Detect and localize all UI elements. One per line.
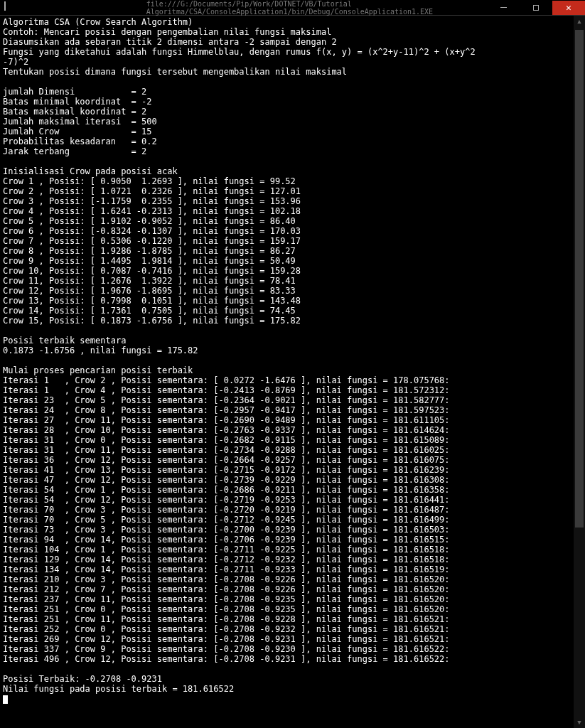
output-line: Jumlah Crow = 15 — [3, 127, 582, 136]
minimize-button[interactable] — [487, 1, 520, 15]
output-line: Iterasi 54 , Crow 12, Posisi sementara: … — [3, 495, 582, 505]
output-line: Crow 11, Posisi: [ 1.2676 1.3922 ], nila… — [3, 276, 582, 286]
output-line: Iterasi 23 , Crow 5 , Posisi sementara: … — [3, 395, 582, 405]
output-line: Crow 2 , Posisi: [ 1.0721 0.2326 ], nila… — [3, 186, 582, 196]
output-line: Crow 6 , Posisi: [-0.8324 -0.1307 ], nil… — [3, 226, 582, 236]
output-line: Iterasi 41 , Crow 13, Posisi sementara: … — [3, 465, 582, 475]
title-bar[interactable]: file:///G:/Documents/Pip/Work/DOTNET/VB/… — [0, 0, 585, 16]
output-line: Iterasi 1 , Crow 2 , Posisi sementara: [… — [3, 375, 582, 385]
output-line: Iterasi 24 , Crow 8 , Posisi sementara: … — [3, 405, 582, 415]
cursor — [3, 695, 8, 704]
output-line: -7)^2 — [3, 57, 582, 67]
console-output[interactable]: Algoritma CSA (Crow Search Algorithm)Con… — [0, 16, 585, 728]
output-line: Iterasi 237 , Crow 11, Posisi sementara:… — [3, 594, 582, 604]
output-line: Batas maksimal koordinat = 2 — [3, 107, 582, 117]
output-line — [3, 77, 582, 87]
output-line: Algoritma CSA (Crow Search Algorithm) — [3, 17, 582, 27]
window-title: file:///G:/Documents/Pip/Work/DOTNET/VB/… — [146, 0, 439, 16]
output-line: Iterasi 27 , Crow 11, Posisi sementara: … — [3, 415, 582, 425]
output-line: Inisialisasi Crow pada posisi acak — [3, 166, 582, 176]
output-line — [3, 326, 582, 336]
output-line: Crow 14, Posisi: [ 1.7361 0.7505 ], nila… — [3, 306, 582, 316]
output-line: Crow 15, Posisi: [ 0.1873 -1.6756 ], nil… — [3, 316, 582, 326]
output-line: Nilai fungsi pada posisi terbaik = 181.6… — [3, 684, 582, 694]
scrollbar-thumb[interactable] — [575, 30, 584, 528]
output-line: Iterasi 269 , Crow 12, Posisi sementara:… — [3, 634, 582, 644]
cursor-line — [3, 694, 582, 704]
output-line: Iterasi 31 , Crow 0 , Posisi sementara: … — [3, 435, 582, 445]
output-line: Diasumsikan ada sebaran titik 2 dimensi … — [3, 37, 582, 47]
output-line: Iterasi 47 , Crow 12, Posisi sementara: … — [3, 475, 582, 485]
output-line: Fungsi yang diketahui adalah fungsi Himm… — [3, 47, 582, 57]
output-line: Crow 4 , Posisi: [ 1.6241 -0.2313 ], nil… — [3, 206, 582, 216]
output-line: Iterasi 134 , Crow 14, Posisi sementara:… — [3, 564, 582, 574]
output-line: Iterasi 28 , Crow 10, Posisi sementara: … — [3, 425, 582, 435]
maximize-button[interactable] — [520, 1, 552, 15]
console-window: file:///G:/Documents/Pip/Work/DOTNET/VB/… — [0, 0, 585, 728]
output-line: jumlah Dimensi = 2 — [3, 87, 582, 97]
output-line: Posisi terbaik sementara — [3, 336, 582, 346]
output-line — [3, 664, 582, 674]
output-line: Crow 12, Posisi: [ 1.9676 -1.8695 ], nil… — [3, 286, 582, 296]
output-line: Iterasi 252 , Crow 0 , Posisi sementara:… — [3, 624, 582, 634]
scroll-up-arrow[interactable]: ▲ — [574, 16, 585, 27]
output-line — [3, 156, 582, 166]
output-line: Mulai proses pencarian posisi terbaik — [3, 365, 582, 375]
output-line: Iterasi 496 , Crow 12, Posisi sementara:… — [3, 654, 582, 664]
window-controls: ✕ — [487, 1, 585, 15]
output-line: Contoh: Mencari posisi dengan pengembali… — [3, 27, 582, 37]
output-line: Iterasi 70 , Crow 3 , Posisi sementara: … — [3, 505, 582, 515]
output-line: Iterasi 73 , Crow 3 , Posisi sementara: … — [3, 525, 582, 535]
output-line: Batas minimal koordinat = -2 — [3, 97, 582, 107]
output-line: Iterasi 129 , Crow 14, Posisi sementara:… — [3, 555, 582, 564]
output-line: Iterasi 337 , Crow 9 , Posisi sementara:… — [3, 644, 582, 654]
output-line: Posisi Terbaik: -0.2708 -0.9231 — [3, 674, 582, 684]
output-line: Iterasi 212 , Crow 7 , Posisi sementara:… — [3, 584, 582, 594]
close-button[interactable]: ✕ — [552, 1, 585, 15]
output-line: Iterasi 94 , Crow 14, Posisi sementara: … — [3, 535, 582, 545]
output-line: Iterasi 251 , Crow 0 , Posisi sementara:… — [3, 604, 582, 614]
output-line: Crow 10, Posisi: [ 0.7087 -0.7416 ], nil… — [3, 266, 582, 276]
output-line: Iterasi 251 , Crow 11, Posisi sementara:… — [3, 614, 582, 624]
output-line: Tentukan posisi dimana fungsi tersebut m… — [3, 67, 582, 77]
scroll-down-arrow[interactable]: ▼ — [574, 717, 585, 728]
output-line: Jumlah maksimal iterasi = 500 — [3, 117, 582, 127]
output-line — [3, 355, 582, 365]
output-line: Iterasi 54 , Crow 1 , Posisi sementara: … — [3, 485, 582, 495]
output-line: Crow 8 , Posisi: [ 1.9286 -1.8785 ], nil… — [3, 246, 582, 256]
output-line: Crow 7 , Posisi: [ 0.5306 -0.1220 ], nil… — [3, 236, 582, 246]
app-icon — [4, 2, 16, 14]
output-line: Crow 1 , Posisi: [ 0.9050 1.2693 ], nila… — [3, 176, 582, 186]
output-line: Jarak terbang = 2 — [3, 146, 582, 156]
output-line: Iterasi 1 , Crow 4 , Posisi sementara: [… — [3, 385, 582, 395]
output-line: Iterasi 70 , Crow 5 , Posisi sementara: … — [3, 515, 582, 525]
output-line: Iterasi 210 , Crow 3 , Posisi sementara:… — [3, 574, 582, 584]
output-line: Crow 3 , Posisi: [-1.1759 0.2355 ], nila… — [3, 196, 582, 206]
output-line: Crow 13, Posisi: [ 0.7998 0.1051 ], nila… — [3, 296, 582, 306]
output-line: Iterasi 31 , Crow 11, Posisi sementara: … — [3, 445, 582, 455]
output-line: Iterasi 36 , Crow 12, Posisi sementara: … — [3, 455, 582, 465]
output-line: Crow 5 , Posisi: [ 1.9102 -0.9052 ], nil… — [3, 216, 582, 226]
output-line: Crow 9 , Posisi: [ 1.4495 1.9814 ], nila… — [3, 256, 582, 266]
vertical-scrollbar[interactable]: ▲ ▼ — [574, 16, 585, 728]
output-line: Iterasi 104 , Crow 1 , Posisi sementara:… — [3, 545, 582, 555]
output-line: Probabilitas kesadaran = 0.2 — [3, 136, 582, 146]
output-line: 0.1873 -1.6756 , nilai fungsi = 175.82 — [3, 346, 582, 355]
